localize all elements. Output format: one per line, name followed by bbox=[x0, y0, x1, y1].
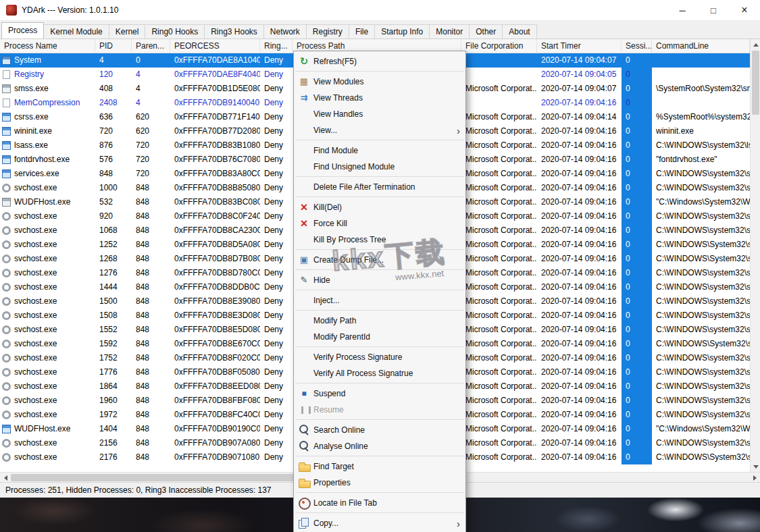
cell-process-name: wininit.exe bbox=[0, 124, 95, 138]
menu-item-view-threads[interactable]: View Threads bbox=[294, 90, 465, 106]
menu-item-inject[interactable]: Inject... bbox=[294, 292, 465, 309]
menu-item-label: Delete File After Termination bbox=[313, 182, 460, 192]
cell-process-name: svchost.exe bbox=[0, 209, 95, 223]
tab-registry[interactable]: Registry bbox=[306, 24, 349, 38]
cell-pid: 1444 bbox=[95, 280, 132, 294]
kill-icon bbox=[297, 200, 311, 215]
cell-paren: 848 bbox=[132, 365, 170, 379]
menu-item-delete-file-after-termination[interactable]: Delete File After Termination bbox=[294, 179, 465, 195]
menu-item-force-kill[interactable]: Force Kill bbox=[294, 215, 465, 232]
scroll-up-arrow-icon[interactable] bbox=[751, 39, 760, 50]
process-name-label: svchost.exe bbox=[14, 408, 57, 422]
menu-item-modify-parentid[interactable]: Modify ParentId bbox=[294, 329, 465, 345]
tab-startup-info[interactable]: Startup Info bbox=[374, 24, 430, 38]
menu-item-label: Inject... bbox=[313, 296, 460, 305]
tab-ring0-hooks[interactable]: Ring0 Hooks bbox=[145, 24, 205, 38]
menu-item-view-handles[interactable]: View Handles bbox=[294, 106, 465, 122]
tab-file[interactable]: File bbox=[349, 24, 375, 38]
column-header-peorcess[interactable]: PEORCESS bbox=[170, 39, 260, 53]
cell-peorcess: 0xFFFFA70DB8E670C0 bbox=[170, 337, 260, 351]
column-header-start-timer[interactable]: Start Timer bbox=[537, 39, 622, 53]
cell-file-corporation: Microsoft Corporat... bbox=[461, 181, 537, 195]
gear-icon bbox=[2, 382, 11, 391]
process-name-label: svchost.exe bbox=[14, 351, 57, 365]
column-header-pid[interactable]: PID bbox=[95, 39, 132, 53]
menu-item-create-dump-file[interactable]: Create Dump File... bbox=[294, 252, 465, 268]
cell-commandline: C:\WINDOWS\system32\svc bbox=[652, 309, 750, 323]
menu-item-view-modules[interactable]: View Modules bbox=[294, 74, 465, 90]
column-header-file-corporation[interactable]: File Corporation bbox=[461, 39, 537, 53]
column-header-paren[interactable]: Paren... bbox=[132, 39, 170, 53]
menu-item-hide[interactable]: Hide bbox=[294, 272, 465, 288]
maximize-button[interactable]: □ bbox=[698, 0, 729, 20]
tab-kernel-module[interactable]: Kernel Module bbox=[43, 24, 109, 38]
close-button[interactable]: × bbox=[729, 0, 760, 20]
cell-file-corporation: Microsoft Corporat... bbox=[461, 167, 537, 181]
cell-peorcess: 0xFFFFA70DAE8F4040 bbox=[170, 68, 260, 82]
menu-item-modify-path[interactable]: Modify Path bbox=[294, 313, 465, 329]
tab-process[interactable]: Process bbox=[1, 22, 44, 38]
column-header-commandline[interactable]: CommandLine bbox=[652, 39, 750, 53]
menu-item-copy[interactable]: Copy...› bbox=[294, 515, 465, 531]
cell-peorcess: 0xFFFFA70DB8C0F240 bbox=[170, 209, 260, 223]
cell-start-timer: 2020-07-14 09:04:16 bbox=[537, 223, 622, 238]
cell-ring: Deny bbox=[260, 365, 293, 379]
cell-pid: 720 bbox=[95, 124, 132, 138]
menu-item-find-target[interactable]: Find Target bbox=[294, 458, 465, 475]
cell-commandline: C:\WINDOWS\system32\ser bbox=[652, 167, 750, 181]
tab-network[interactable]: Network bbox=[263, 24, 307, 38]
menu-item-view[interactable]: View...› bbox=[294, 122, 465, 138]
window-blue-icon bbox=[2, 113, 11, 122]
menu-item-label: Verify All Process Signatrue bbox=[313, 369, 460, 378]
minimize-button[interactable]: ─ bbox=[667, 0, 698, 20]
menu-item-find-module[interactable]: Find Module bbox=[294, 142, 465, 159]
menu-item-suspend[interactable]: Suspend bbox=[294, 385, 465, 402]
tab-about[interactable]: About bbox=[502, 24, 536, 38]
menu-item-label: View Threads bbox=[313, 93, 460, 103]
cell-paren: 848 bbox=[132, 422, 170, 436]
column-header-sessi[interactable]: Sessi... bbox=[622, 39, 652, 53]
cell-sessi: 0 bbox=[622, 323, 652, 337]
cell-start-timer: 2020-07-14 09:04:16 bbox=[537, 167, 622, 181]
scroll-right-arrow-icon[interactable] bbox=[749, 473, 760, 483]
cell-pid: 532 bbox=[95, 195, 132, 209]
menu-icon-placeholder bbox=[297, 143, 311, 158]
menu-item-properties[interactable]: Properties bbox=[294, 475, 465, 491]
tab-ring3-hooks[interactable]: Ring3 Hooks bbox=[204, 24, 264, 38]
vertical-scrollbar[interactable] bbox=[750, 39, 760, 472]
menu-item-kill-by-process-tree[interactable]: Kill By Process Tree bbox=[294, 232, 465, 248]
menu-item-find-unsigned-module[interactable]: Find Unsigned Module bbox=[294, 159, 465, 175]
menu-item-verify-process-signature[interactable]: Verify Process Signature bbox=[294, 349, 465, 365]
tab-other[interactable]: Other bbox=[469, 24, 503, 38]
vertical-scroll-thumb[interactable] bbox=[752, 51, 759, 115]
cell-paren: 848 bbox=[132, 294, 170, 309]
scroll-down-arrow-icon[interactable] bbox=[751, 461, 760, 472]
cell-start-timer: 2020-07-14 09:04:16 bbox=[537, 408, 622, 422]
menu-icon-placeholder bbox=[297, 313, 311, 328]
cell-sessi: 0 bbox=[622, 195, 652, 209]
horizontal-scroll-thumb[interactable] bbox=[11, 474, 297, 481]
cell-file-corporation: Microsoft Corporat... bbox=[461, 379, 537, 394]
scroll-left-arrow-icon[interactable] bbox=[0, 473, 11, 483]
cell-ring: Deny bbox=[260, 450, 293, 464]
menu-item-resume: Resume bbox=[294, 402, 465, 418]
cell-start-timer: 2020-07-14 09:04:16 bbox=[537, 379, 622, 394]
cell-ring: Deny bbox=[260, 82, 293, 96]
column-header-process-name[interactable]: Process Name bbox=[0, 39, 95, 53]
cell-commandline: C:\WINDOWS\System32\svc bbox=[652, 252, 750, 266]
tab-kernel[interactable]: Kernel bbox=[109, 24, 146, 38]
menu-item-refresh-f5[interactable]: Refresh(F5) bbox=[294, 53, 465, 70]
menu-item-locate-in-file-tab[interactable]: Locate in File Tab bbox=[294, 495, 465, 511]
cell-ring: Deny bbox=[260, 110, 293, 124]
cell-ring: Deny bbox=[260, 53, 293, 68]
threads-icon bbox=[297, 90, 311, 105]
cell-sessi: 0 bbox=[622, 238, 652, 252]
column-header-ring[interactable]: Ring... bbox=[260, 39, 293, 53]
cell-file-corporation: Microsoft Corporat... bbox=[461, 110, 537, 124]
cell-sessi: 0 bbox=[622, 422, 652, 436]
tab-monitor[interactable]: Monitor bbox=[429, 24, 470, 38]
menu-item-analyse-online[interactable]: Analyse Online bbox=[294, 438, 465, 454]
menu-item-search-online[interactable]: Search Online bbox=[294, 422, 465, 438]
menu-item-kill-del[interactable]: Kill(Del) bbox=[294, 199, 465, 215]
menu-item-verify-all-process-signatrue[interactable]: Verify All Process Signatrue bbox=[294, 365, 465, 381]
